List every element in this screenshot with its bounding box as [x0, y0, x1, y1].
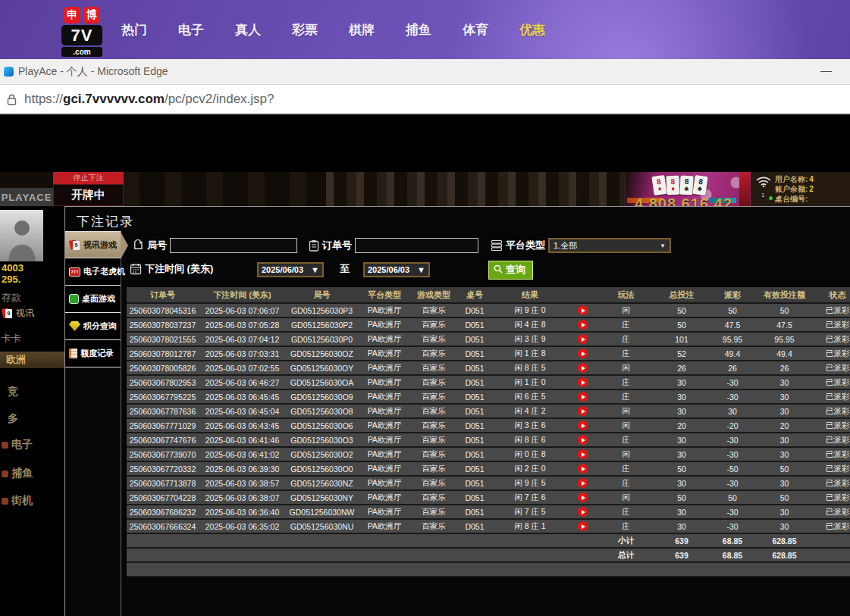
- cell: 百家乐: [411, 303, 456, 317]
- sidebar-item-4[interactable]: 积分查询: [65, 313, 121, 340]
- cell: 50: [709, 303, 756, 317]
- nav-item-7[interactable]: 体育: [463, 21, 488, 39]
- logo-com: .com: [61, 47, 102, 57]
- sidebar-item-3[interactable]: 桌面游戏: [65, 286, 121, 313]
- play-button[interactable]: [578, 478, 588, 488]
- sidebar-item-2[interactable]: 777电子老虎机: [65, 258, 121, 286]
- cell: 30: [654, 375, 709, 389]
- bg-fragment-label: 捕鱼: [11, 467, 33, 480]
- order-number-input[interactable]: [355, 238, 478, 253]
- table-row: 2506030677203322025-06-03 06:39:30GD0512…: [127, 461, 850, 476]
- column-header-4: 平台类型: [358, 287, 411, 303]
- cell: 2025-06-03 06:36:40: [199, 505, 286, 519]
- play-button[interactable]: [578, 334, 588, 344]
- bg-fragment-label: 电子: [11, 438, 33, 452]
- minimize-button[interactable]: —: [820, 64, 832, 77]
- cell: 闲 3 庄 6: [493, 418, 567, 433]
- play-button[interactable]: [578, 377, 588, 387]
- play-button[interactable]: [578, 449, 588, 459]
- play-button[interactable]: [578, 363, 588, 373]
- cell: 26: [654, 361, 709, 375]
- cell: 30: [654, 447, 709, 461]
- url-bar[interactable]: https://gci.7vvvvvv.com/pc/pcv2/index.js…: [0, 85, 850, 115]
- screen: 申 博 7V .com 热门电子真人彩票棋牌捕鱼体育优惠 PlayAce - 个…: [0, 0, 850, 616]
- cell: PA欧洲厅: [358, 375, 411, 389]
- play-button[interactable]: [578, 421, 588, 430]
- cell: 百家乐: [411, 490, 456, 505]
- bg-fragment: 欧洲: [0, 352, 64, 368]
- table-row: 2506030677952252025-06-03 06:45:45GD0512…: [127, 389, 850, 404]
- cell: 95.95: [756, 332, 813, 346]
- cell: 2025-06-03 06:38:07: [199, 490, 286, 505]
- filters: 局号 订单号 平台类型: [122, 231, 850, 287]
- subtotal-row-value: 628.85: [756, 533, 813, 548]
- play-button[interactable]: [578, 492, 588, 502]
- play-icon: [582, 467, 585, 471]
- cell: 闲: [598, 303, 654, 317]
- sidebar-item-5[interactable]: 额度记录: [65, 340, 121, 367]
- nav-item-5[interactable]: 棋牌: [349, 21, 375, 39]
- query-button[interactable]: 查询: [488, 261, 533, 280]
- column-header-12: 有效投注额: [756, 287, 813, 303]
- cell: 101: [654, 332, 709, 346]
- cell: 百家乐: [411, 361, 456, 375]
- play-button[interactable]: [578, 521, 588, 531]
- sidebar-item-label: 积分查询: [83, 321, 117, 332]
- dealing-status: 开牌中: [53, 184, 124, 206]
- cell: 30: [654, 389, 709, 404]
- play-button[interactable]: [578, 392, 588, 402]
- date-to-select[interactable]: 2025/06/03 ▼: [363, 262, 430, 277]
- date-from-select[interactable]: 2025/06/03 ▼: [257, 262, 324, 277]
- cell: 庄: [598, 519, 654, 533]
- edge-titlebar: PlayAce - 个人 - Microsoft Edge —: [0, 59, 850, 85]
- cell: 50: [654, 303, 709, 317]
- nav-item-3[interactable]: 真人: [235, 21, 261, 39]
- cell: PA欧洲厅: [358, 476, 411, 490]
- game-strip: PLAYACE 停止下注 开牌中 8♦8♦8♣8♣ 4,808,616.42 1…: [0, 172, 850, 206]
- nav-item-2[interactable]: 电子: [178, 21, 204, 39]
- table-row: 2506030677042282025-06-03 06:38:07GD0512…: [127, 490, 850, 505]
- nav-item-4[interactable]: 彩票: [292, 21, 318, 39]
- play-button[interactable]: [578, 305, 588, 315]
- play-button[interactable]: [578, 406, 588, 416]
- play-button[interactable]: [578, 507, 588, 517]
- round-number-input[interactable]: [170, 238, 297, 253]
- total-row-value: 68.85: [709, 548, 756, 562]
- bg-fragment: 存款: [0, 291, 64, 305]
- cell: 闲 2 庄 0: [493, 461, 567, 476]
- cell: 20: [654, 418, 709, 433]
- cell: 47.5: [709, 317, 756, 332]
- cell: PA欧洲厅: [358, 447, 411, 461]
- cell: 2025-06-03 07:04:12: [199, 332, 286, 346]
- cell: -30: [709, 447, 756, 461]
- modal-sidebar: 9视讯游戏777电子老虎机桌面游戏积分查询额度记录: [65, 231, 121, 616]
- nav-item-8[interactable]: 优惠: [519, 21, 545, 39]
- cell: GD051256030O9: [286, 389, 358, 404]
- cell: GD051256030O2: [286, 447, 358, 461]
- cell: 闲 8 庄 5: [493, 361, 567, 375]
- cell: 30: [654, 505, 709, 519]
- video-cards-icon: 9: [69, 239, 80, 251]
- online-dot: [769, 196, 773, 200]
- user-panel-line: 桌台编号:: [775, 194, 850, 204]
- cell: 2025-06-03 06:41:02: [199, 447, 286, 461]
- cell: D051: [456, 389, 493, 404]
- nav-item-6[interactable]: 捕鱼: [406, 21, 431, 39]
- cell: 闲: [598, 447, 654, 461]
- play-button[interactable]: [578, 320, 588, 330]
- cell: 2025-06-03 06:46:27: [199, 375, 286, 389]
- cell: 50: [654, 490, 709, 505]
- nav-item-1[interactable]: 热门: [121, 21, 147, 39]
- play-button[interactable]: [578, 435, 588, 445]
- play-icon: [582, 337, 585, 342]
- bg-fragment: 295.: [0, 274, 64, 285]
- cell: D051: [456, 346, 493, 361]
- platform-type-select[interactable]: 1.全部 ▼: [548, 238, 671, 253]
- sidebar-item-label: 桌面游戏: [82, 293, 115, 305]
- play-button[interactable]: [578, 349, 588, 358]
- site-logo[interactable]: 申 博 7V .com: [57, 7, 107, 57]
- play-button[interactable]: [578, 464, 588, 474]
- sidebar-item-1[interactable]: 9视讯游戏: [65, 231, 121, 258]
- cell: 2025-06-03 07:02:55: [199, 361, 286, 375]
- cell: 250603067787636: [127, 404, 199, 418]
